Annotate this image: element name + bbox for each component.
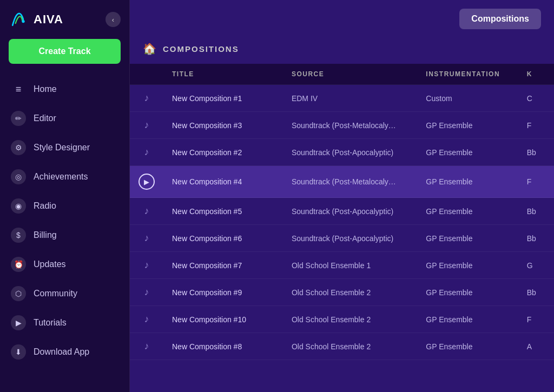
row-source: Soundtrack (Post-Metalocaly… xyxy=(283,166,417,198)
col-header-instrumentation: INSTRUMENTATION xyxy=(417,64,518,85)
sidebar: AIVA ‹ Create Track ≡Home✏Editor⚙Style D… xyxy=(0,0,130,392)
row-source: EDM IV xyxy=(283,85,417,112)
row-title: New Composition #2 xyxy=(163,139,283,166)
sidebar-item-tutorials[interactable]: ▶Tutorials xyxy=(0,308,129,337)
row-icon-cell: ♪ xyxy=(130,225,163,252)
sidebar-item-home[interactable]: ≡Home xyxy=(0,75,129,104)
sidebar-item-label-home: Home xyxy=(34,84,57,94)
row-instrumentation: GP Ensemble xyxy=(417,306,518,333)
row-key: A xyxy=(518,333,554,360)
table-row[interactable]: ♪New Composition #6Soundtrack (Post-Apoc… xyxy=(130,225,554,252)
play-button[interactable]: ▶ xyxy=(138,174,155,190)
row-title: New Composition #3 xyxy=(163,112,283,139)
sidebar-item-radio[interactable]: ◉Radio xyxy=(0,191,129,221)
home-breadcrumb-icon[interactable]: 🏠 xyxy=(143,42,156,55)
music-note-icon: ♪ xyxy=(144,341,149,351)
compositions-table: TITLE SOURCE INSTRUMENTATION K ♪New Comp… xyxy=(130,64,554,360)
sidebar-item-achievements[interactable]: ◎Achievements xyxy=(0,162,129,191)
row-title: New Composition #10 xyxy=(163,306,283,333)
row-key: Bb xyxy=(518,198,554,225)
row-source: Soundtrack (Post-Apocalyptic) xyxy=(283,198,417,225)
row-title: New Composition #7 xyxy=(163,252,283,279)
row-source: Old School Ensemble 1 xyxy=(283,252,417,279)
updates-icon: ⏰ xyxy=(11,257,26,272)
table-row[interactable]: ♪New Composition #1EDM IVCustomC xyxy=(130,85,554,112)
row-instrumentation: GP Ensemble xyxy=(417,139,518,166)
music-note-icon: ♪ xyxy=(144,260,149,270)
logo-area: AIVA xyxy=(9,10,63,29)
col-header-title: TITLE xyxy=(163,64,283,85)
row-instrumentation: GP Ensemble xyxy=(417,198,518,225)
row-icon-cell: ♪ xyxy=(130,112,163,139)
sidebar-collapse-button[interactable]: ‹ xyxy=(105,12,121,27)
top-bar: Compositions xyxy=(130,0,554,38)
row-source: Old School Ensemble 2 xyxy=(283,279,417,306)
row-icon-cell: ♪ xyxy=(130,279,163,306)
row-source: Old School Ensemble 2 xyxy=(283,333,417,360)
editor-icon: ✏ xyxy=(11,111,26,126)
table-row[interactable]: ♪New Composition #3Soundtrack (Post-Meta… xyxy=(130,112,554,139)
table-row[interactable]: ▶New Composition #4Soundtrack (Post-Meta… xyxy=(130,166,554,198)
sidebar-item-community[interactable]: ⬡Community xyxy=(0,279,129,308)
row-title: New Composition #8 xyxy=(163,333,283,360)
col-header-source: SOURCE xyxy=(283,64,417,85)
music-note-icon: ♪ xyxy=(144,232,149,243)
row-source: Soundtrack (Post-Apocalyptic) xyxy=(283,139,417,166)
row-key: F xyxy=(518,306,554,333)
sidebar-item-label-tutorials: Tutorials xyxy=(34,318,67,328)
style-designer-icon: ⚙ xyxy=(11,140,26,155)
compositions-table-container: TITLE SOURCE INSTRUMENTATION K ♪New Comp… xyxy=(130,64,554,392)
row-source: Soundtrack (Post-Metalocaly… xyxy=(283,112,417,139)
download-app-icon: ⬇ xyxy=(11,344,26,360)
page-header: 🏠 COMPOSITIONS xyxy=(130,38,554,64)
row-key: Bb xyxy=(518,139,554,166)
sidebar-item-download-app[interactable]: ⬇Download App xyxy=(0,337,129,367)
achievements-icon: ◎ xyxy=(11,169,26,184)
svg-point-0 xyxy=(22,20,24,23)
row-instrumentation: GP Ensemble xyxy=(417,112,518,139)
sidebar-item-label-billing: Billing xyxy=(34,230,57,240)
row-title: New Composition #1 xyxy=(163,85,283,112)
row-instrumentation: GP Ensemble xyxy=(417,279,518,306)
row-title: New Composition #6 xyxy=(163,225,283,252)
sidebar-item-label-radio: Radio xyxy=(34,201,56,211)
row-icon-cell: ♪ xyxy=(130,139,163,166)
main-content: Compositions 🏠 COMPOSITIONS TITLE SOURCE… xyxy=(130,0,554,392)
row-instrumentation: GP Ensemble xyxy=(417,225,518,252)
music-note-icon: ♪ xyxy=(144,287,149,297)
sidebar-nav: ≡Home✏Editor⚙Style Designer◎Achievements… xyxy=(0,75,129,392)
row-key: F xyxy=(518,112,554,139)
table-row[interactable]: ♪New Composition #2Soundtrack (Post-Apoc… xyxy=(130,139,554,166)
table-row[interactable]: ♪New Composition #10Old School Ensemble … xyxy=(130,306,554,333)
row-icon-cell: ♪ xyxy=(130,333,163,360)
music-note-icon: ♪ xyxy=(144,119,149,130)
billing-icon: $ xyxy=(11,228,26,243)
row-title: New Composition #5 xyxy=(163,198,283,225)
row-icon-cell: ♪ xyxy=(130,306,163,333)
sidebar-item-label-community: Community xyxy=(34,289,77,298)
table-row[interactable]: ♪New Composition #5Soundtrack (Post-Apoc… xyxy=(130,198,554,225)
sidebar-header: AIVA ‹ xyxy=(0,0,129,39)
row-instrumentation: GP Ensemble xyxy=(417,333,518,360)
sidebar-item-label-editor: Editor xyxy=(34,114,56,123)
sidebar-item-updates[interactable]: ⏰Updates xyxy=(0,250,129,279)
create-track-button[interactable]: Create Track xyxy=(9,39,121,64)
compositions-badge: Compositions xyxy=(459,9,541,29)
music-note-icon: ♪ xyxy=(144,147,149,157)
sidebar-item-label-updates: Updates xyxy=(34,260,66,269)
sidebar-item-billing[interactable]: $Billing xyxy=(0,221,129,250)
sidebar-item-label-achievements: Achievements xyxy=(34,172,88,182)
col-header-icon xyxy=(130,64,163,85)
table-body: ♪New Composition #1EDM IVCustomC♪New Com… xyxy=(130,85,554,360)
sidebar-item-style-designer[interactable]: ⚙Style Designer xyxy=(0,133,129,162)
home-icon: ≡ xyxy=(11,82,26,97)
table-row[interactable]: ♪New Composition #8Old School Ensemble 2… xyxy=(130,333,554,360)
row-title: New Composition #9 xyxy=(163,279,283,306)
table-row[interactable]: ♪New Composition #7Old School Ensemble 1… xyxy=(130,252,554,279)
table-row[interactable]: ♪New Composition #9Old School Ensemble 2… xyxy=(130,279,554,306)
sidebar-item-editor[interactable]: ✏Editor xyxy=(0,104,129,133)
aiva-logo-icon xyxy=(9,10,28,29)
row-key: C xyxy=(518,85,554,112)
row-icon-cell: ♪ xyxy=(130,198,163,225)
page-title: COMPOSITIONS xyxy=(163,44,239,54)
